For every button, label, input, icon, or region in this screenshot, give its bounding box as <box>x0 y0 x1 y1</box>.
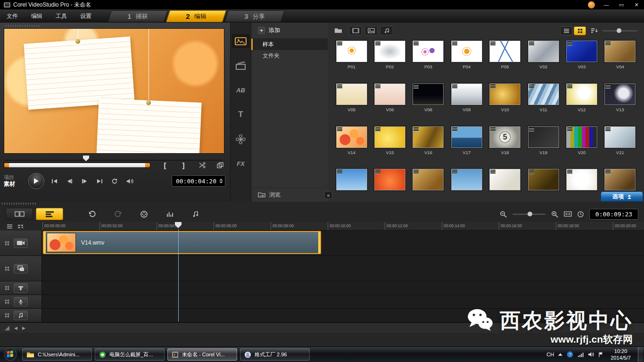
gallery-thumb-v06[interactable]: V06 <box>372 83 407 116</box>
library-browse-button[interactable]: 浏览 <box>251 188 328 202</box>
library-folder-folders[interactable]: 文件夹 <box>251 50 328 61</box>
sort-icon[interactable] <box>591 28 598 33</box>
volume-icon[interactable] <box>588 352 594 357</box>
input-language-indicator[interactable]: CH <box>546 352 554 357</box>
taskbar-button-folder[interactable]: C:\Users\Admini... <box>22 348 92 361</box>
gallery-thumb-v09[interactable]: V09 <box>449 83 484 116</box>
gallery-thumb-r4-26[interactable] <box>411 169 446 202</box>
fit-project-icon[interactable] <box>564 211 572 217</box>
gallery-thumb-v20[interactable]: V20 <box>564 126 599 159</box>
gallery-thumb-v18[interactable]: 5V18 <box>488 126 522 159</box>
timeline-clip[interactable]: V14.wmv <box>43 231 321 254</box>
track-header-title[interactable] <box>0 281 42 295</box>
resize-handle-icon[interactable] <box>5 326 9 330</box>
zoom-out-icon[interactable] <box>500 211 507 218</box>
menu-settings[interactable]: 设置 <box>80 12 91 20</box>
minimize-button[interactable]: — <box>603 2 610 8</box>
taskbar-button-corel[interactable]: 未命名 - Corel Vi... <box>167 348 237 361</box>
track-header-overlay[interactable] <box>0 256 42 281</box>
timeline-zoom-knob[interactable] <box>528 212 532 216</box>
gallery-thumb-r4-25[interactable] <box>372 169 407 202</box>
gallery-thumb-p02[interactable]: P02 <box>372 41 407 74</box>
timeline-ruler[interactable]: 00:00:00:0000:00:02:0000:00:04:0000:00:0… <box>42 222 644 230</box>
playback-mode-switch[interactable]: 项目 素材 <box>4 174 23 188</box>
open-folder-icon[interactable] <box>334 27 342 34</box>
tray-expand-icon[interactable] <box>558 353 562 356</box>
preview-timecode[interactable]: 00:00:04:20 <box>172 175 225 187</box>
gallery-thumb-v17[interactable]: V17 <box>449 126 484 159</box>
help-tray-icon[interactable]: ? <box>567 351 573 358</box>
prev-frame-button[interactable] <box>64 179 74 184</box>
gallery-thumb-v14[interactable]: V14 <box>334 126 369 159</box>
filter-audio-button[interactable] <box>380 26 393 35</box>
storyboard-view-button[interactable] <box>6 208 33 220</box>
gallery-thumb-v02[interactable]: V02 <box>526 41 561 74</box>
gallery-thumb-v04[interactable]: V04 <box>603 41 637 74</box>
timecode-spinner[interactable] <box>219 179 223 183</box>
gallery-thumb-r4-27[interactable] <box>449 169 484 202</box>
step-tab-edit[interactable]: 2编辑 <box>168 10 224 22</box>
trim-end-handle[interactable] <box>145 163 150 167</box>
record-capture-icon[interactable] <box>140 211 148 218</box>
step-tab-capture[interactable]: 1捕获 <box>109 10 166 22</box>
action-center-flag-icon[interactable] <box>598 352 603 357</box>
gallery-thumb-v10[interactable]: V10 <box>488 83 522 116</box>
options-button[interactable]: 选项 <box>601 191 643 202</box>
list-view-button[interactable] <box>560 26 572 35</box>
track-header-voice[interactable] <box>0 295 42 308</box>
gallery-thumb-v13[interactable]: V13 <box>603 83 637 116</box>
undo-icon[interactable] <box>89 211 96 217</box>
gallery-thumb-p05[interactable]: P05 <box>488 41 522 74</box>
track-header-music[interactable] <box>0 309 42 322</box>
mark-out-icon[interactable]: ] <box>178 162 189 169</box>
clip-trim-left-handle[interactable] <box>44 232 46 253</box>
gallery-thumb-r4-30[interactable] <box>564 169 599 202</box>
track-options-icon[interactable] <box>5 266 9 271</box>
auto-music-icon[interactable] <box>192 211 198 217</box>
collapse-library-button[interactable]: « <box>324 191 332 199</box>
redo-icon[interactable] <box>115 211 122 217</box>
gallery-thumb-v12[interactable]: V12 <box>564 83 599 116</box>
project-duration-icon[interactable] <box>578 211 584 217</box>
start-button[interactable] <box>2 347 18 362</box>
split-icon[interactable] <box>197 162 207 168</box>
gallery-thumb-p01[interactable]: P01 <box>334 41 369 74</box>
library-nav-graphic-icon[interactable] <box>232 132 250 146</box>
library-nav-filter-icon[interactable]: FX <box>232 156 250 171</box>
close-button[interactable]: ✕ <box>633 2 640 8</box>
track-body-voice[interactable] <box>42 295 644 308</box>
track-options-icon[interactable] <box>5 299 9 304</box>
library-folder-samples[interactable]: 样本 <box>251 39 328 50</box>
filter-video-button[interactable] <box>349 26 362 35</box>
track-options-icon[interactable] <box>5 241 9 246</box>
timeline-zoom-slider[interactable] <box>512 214 545 215</box>
playhead-line[interactable] <box>178 229 179 321</box>
taskbar-clock[interactable]: 10:20 2014/5/7 <box>611 348 631 362</box>
gallery-thumb-v03[interactable]: V03 <box>564 41 599 74</box>
ripple-edit-icon[interactable] <box>17 224 24 229</box>
multi-trim-icon[interactable] <box>215 162 225 168</box>
library-nav-instant-project-icon[interactable] <box>232 58 250 73</box>
gallery-thumb-p03[interactable]: P03 <box>411 41 446 74</box>
scroll-right-icon[interactable]: ▶ <box>22 326 25 330</box>
home-button[interactable] <box>49 179 59 184</box>
sound-mixer-icon[interactable] <box>166 211 173 217</box>
zoom-in-icon[interactable] <box>551 211 558 218</box>
next-frame-button[interactable] <box>79 179 90 184</box>
trim-start-handle[interactable] <box>4 163 9 167</box>
taskbar-button-formatfactory[interactable]: 格式工厂 2.96 <box>240 348 310 361</box>
track-header-video[interactable] <box>0 230 42 255</box>
track-body-title[interactable] <box>42 281 644 295</box>
scroll-left-icon[interactable]: ◀ <box>14 326 17 330</box>
menu-file[interactable]: 文件 <box>7 12 18 20</box>
thumbnail-zoom-slider[interactable] <box>603 30 637 32</box>
maximize-button[interactable]: ▭ <box>618 2 625 8</box>
gallery-thumb-r4-29[interactable] <box>526 169 561 202</box>
timeline-view-button[interactable] <box>36 208 63 220</box>
gallery-thumb-r4-24[interactable] <box>334 169 369 202</box>
preview-scrubber[interactable] <box>4 155 225 162</box>
track-body-video[interactable]: V14.wmv <box>42 230 644 255</box>
mark-in-icon[interactable]: [ <box>160 162 170 169</box>
clip-mode-label[interactable]: 素材 <box>4 181 23 188</box>
network-icon[interactable] <box>578 352 584 357</box>
